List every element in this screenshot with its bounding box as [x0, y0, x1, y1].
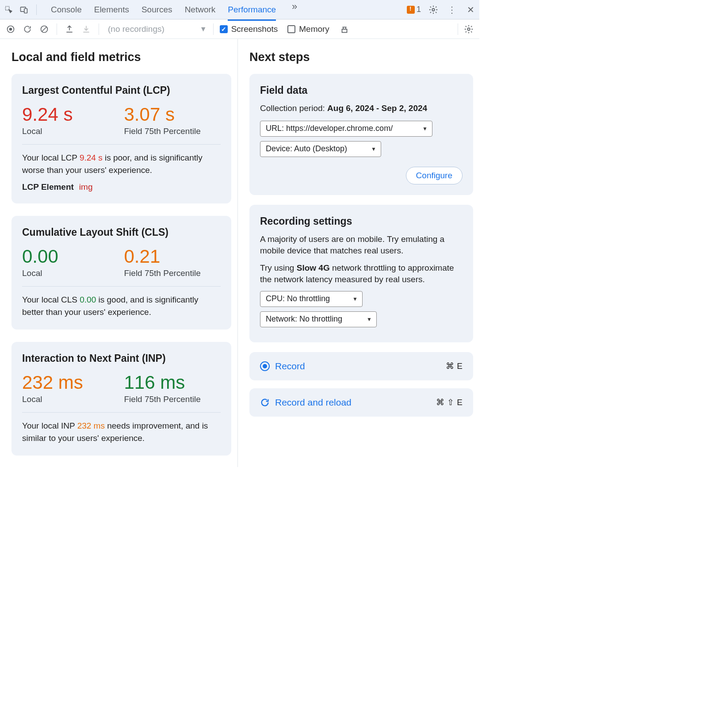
clear-icon[interactable]: [38, 23, 50, 35]
recordings-dropdown[interactable]: (no recordings): [108, 24, 164, 34]
svg-point-3: [432, 8, 435, 11]
warnings-badge[interactable]: 1: [407, 5, 421, 14]
cls-field-value: 0.21: [124, 247, 221, 266]
warning-count: 1: [417, 5, 421, 14]
chevron-down-icon: ▼: [422, 126, 428, 132]
screenshots-checkbox[interactable]: Screenshots: [220, 24, 278, 34]
device-toolbar-icon[interactable]: [18, 4, 30, 16]
tab-network[interactable]: Network: [185, 0, 216, 19]
lcp-element-value[interactable]: img: [79, 182, 93, 192]
cls-heading: Cumulative Layout Shift (CLS): [22, 226, 221, 238]
tab-performance[interactable]: Performance: [228, 0, 276, 19]
lcp-local-label: Local: [22, 126, 119, 136]
recording-settings-heading: Recording settings: [260, 215, 463, 227]
chevron-down-icon: ▼: [371, 146, 376, 152]
lcp-element-label: LCP Element: [22, 182, 74, 192]
lcp-heading: Largest Contentful Paint (LCP): [22, 84, 221, 96]
tab-console[interactable]: Console: [51, 0, 82, 19]
reload-icon: [260, 398, 270, 407]
url-select[interactable]: URL: https://developer.chrome.com/▼: [260, 121, 432, 137]
lcp-explain: Your local LCP 9.24 s is poor, and is si…: [22, 152, 221, 176]
svg-point-5: [9, 27, 12, 31]
inspect-element-icon[interactable]: [3, 4, 15, 16]
lcp-card: Largest Contentful Paint (LCP) 9.24 s Lo…: [11, 74, 231, 203]
cpu-throttling-select[interactable]: CPU: No throttling▼: [260, 291, 363, 307]
tab-elements[interactable]: Elements: [94, 0, 129, 19]
inp-local-label: Local: [22, 395, 119, 404]
tab-sources[interactable]: Sources: [142, 0, 172, 19]
next-steps-heading: Next steps: [249, 50, 473, 64]
svg-line-7: [42, 27, 46, 31]
record-reload-shortcut: ⌘ ⇧ E: [436, 397, 463, 407]
memory-checkbox[interactable]: Memory: [287, 24, 329, 34]
lcp-local-value: 9.24 s: [22, 105, 119, 124]
recording-paragraph-1: A majority of users are on mobile. Try e…: [260, 234, 463, 257]
chevron-down-icon: ▼: [367, 316, 372, 322]
svg-point-9: [467, 28, 470, 31]
download-icon[interactable]: [80, 23, 92, 35]
close-icon[interactable]: ✕: [464, 4, 477, 16]
record-button-icon[interactable]: [4, 23, 17, 35]
cls-explain: Your local CLS 0.00 is good, and is sign…: [22, 294, 221, 318]
inp-field-value: 116 ms: [124, 373, 221, 392]
record-reload-action[interactable]: Record and reload ⌘ ⇧ E: [249, 388, 473, 417]
field-data-card: Field data Collection period: Aug 6, 202…: [249, 74, 473, 195]
cls-field-label: Field 75th Percentile: [124, 268, 221, 278]
collection-period: Collection period: Aug 6, 2024 - Sep 2, …: [260, 103, 463, 115]
inp-explain: Your local INP 232 ms needs improvement,…: [22, 420, 221, 444]
configure-button[interactable]: Configure: [406, 167, 463, 184]
upload-icon[interactable]: [63, 23, 76, 35]
reload-icon[interactable]: [21, 23, 34, 35]
inp-heading: Interaction to Next Paint (INP): [22, 353, 221, 364]
inp-field-label: Field 75th Percentile: [124, 395, 221, 404]
metrics-heading: Local and field metrics: [11, 50, 231, 64]
record-icon: [260, 361, 270, 371]
inp-card: Interaction to Next Paint (INP) 232 ms L…: [11, 342, 231, 456]
field-data-heading: Field data: [260, 84, 463, 96]
recording-settings-card: Recording settings A majority of users a…: [249, 205, 473, 342]
screenshots-label: Screenshots: [231, 24, 278, 34]
record-shortcut: ⌘ E: [446, 361, 463, 371]
memory-label: Memory: [299, 24, 329, 34]
cls-local-label: Local: [22, 268, 119, 278]
lcp-field-value: 3.07 s: [124, 105, 221, 124]
svg-rect-8: [342, 29, 347, 32]
checkbox-icon: [287, 25, 295, 33]
device-select[interactable]: Device: Auto (Desktop)▼: [260, 141, 381, 157]
record-reload-label: Record and reload: [275, 397, 352, 408]
performance-toolbar: (no recordings) ▼ Screenshots Memory: [0, 19, 479, 39]
more-menu-icon[interactable]: ⋮: [446, 4, 458, 16]
cls-local-value: 0.00: [22, 247, 119, 266]
garbage-collect-icon[interactable]: [338, 23, 351, 35]
more-tabs-icon[interactable]: »: [288, 0, 301, 13]
warning-icon: [407, 6, 415, 14]
cls-card: Cumulative Layout Shift (CLS) 0.00 Local…: [11, 216, 231, 330]
network-throttling-select[interactable]: Network: No throttling▼: [260, 311, 377, 327]
record-label: Record: [275, 361, 305, 372]
devtools-tabbar: Console Elements Sources Network Perform…: [0, 0, 479, 19]
chevron-down-icon: ▼: [352, 296, 358, 302]
checkbox-icon: [220, 25, 228, 33]
inp-local-value: 232 ms: [22, 373, 119, 392]
recording-paragraph-2: Try using Slow 4G network throttling to …: [260, 262, 463, 286]
record-action[interactable]: Record ⌘ E: [249, 352, 473, 380]
chevron-down-icon[interactable]: ▼: [200, 25, 207, 33]
lcp-field-label: Field 75th Percentile: [124, 126, 221, 136]
svg-rect-2: [24, 8, 27, 13]
settings-gear-icon[interactable]: [427, 4, 440, 16]
panel-settings-gear-icon[interactable]: [463, 23, 475, 35]
